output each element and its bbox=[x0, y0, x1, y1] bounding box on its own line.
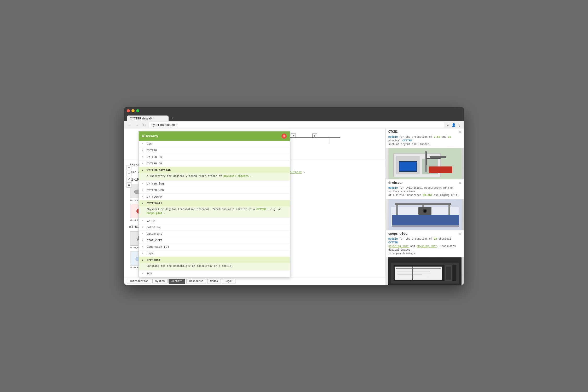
address-bar[interactable] bbox=[149, 122, 444, 128]
keyword-module-3: Module bbox=[388, 238, 398, 240]
highlight-cytter: CYTTER bbox=[256, 208, 266, 211]
glossary-label: errKonst bbox=[147, 258, 160, 262]
svg-rect-62 bbox=[400, 162, 416, 171]
chevron-right-icon: › bbox=[142, 182, 145, 185]
svg-text:3: 3 bbox=[293, 135, 294, 138]
svg-rect-72 bbox=[392, 215, 459, 225]
glossary-label: CYTTER.datalab bbox=[147, 169, 171, 172]
glossary-row-datatrans[interactable]: › dataTrans bbox=[139, 231, 290, 237]
tab-system[interactable]: System bbox=[152, 279, 168, 284]
chevron-right-icon: › bbox=[142, 149, 145, 152]
map-controls: + − ⤢ bbox=[126, 165, 131, 188]
glossary-row-cytter-op[interactable]: › CYTTER OP bbox=[139, 160, 290, 167]
glossary-row-bit[interactable]: › Bit bbox=[139, 141, 290, 147]
active-tab[interactable]: CYTTER.datalab × bbox=[127, 116, 169, 121]
chevron-right-icon: › bbox=[142, 220, 145, 222]
module-drehscan-desc: Module for cylindrical measurement of th… bbox=[386, 186, 464, 199]
tab-archive[interactable]: Archive bbox=[169, 279, 185, 284]
bottom-nav: Introduction System Archive Discourse Me… bbox=[124, 278, 385, 285]
glossary-desc-cytter-datalab: A laboratory for digitally based transla… bbox=[139, 173, 290, 180]
chevron-right-icon: › bbox=[142, 239, 145, 242]
glossary-row-cytter-datalab[interactable]: ∨ CYTTER.datalab bbox=[139, 167, 290, 173]
browser-actions: ★ 👤 ⋮ bbox=[446, 123, 461, 127]
module-enops-plot-header: enops_plot ✕ bbox=[386, 230, 464, 237]
glossary-label: DIGI_CYTT bbox=[147, 239, 162, 242]
glossary-row-cyttogram[interactable]: › CYTTOGRAM bbox=[139, 194, 290, 200]
list-item: › Dimension [D] bbox=[139, 244, 290, 250]
svg-rect-63 bbox=[429, 166, 452, 173]
glossary-label: CYTTokoll bbox=[147, 202, 162, 205]
module-ctcnc-desc: Module for the production of 2.5D and 3D… bbox=[386, 135, 464, 148]
zoom-out-button[interactable]: − bbox=[126, 171, 131, 176]
glossary-label: CYTTER HQ bbox=[147, 155, 162, 159]
glossary-row-dat-a[interactable]: › DAT_A bbox=[139, 218, 290, 224]
physoimg-1bit-link[interactable]: physoImg_1Bit bbox=[388, 245, 409, 248]
list-item: ∨ CYTTokoll Physical or digital translat… bbox=[139, 200, 290, 218]
chevron-right-icon: › bbox=[142, 272, 145, 275]
chevron-right-icon: › bbox=[142, 233, 145, 235]
glossary-label: CYTTER.web bbox=[147, 189, 164, 192]
tab-legal[interactable]: Legal bbox=[222, 279, 235, 284]
keyword-cytter-3: CYTTER bbox=[388, 241, 398, 244]
glossary-label: CYTTER bbox=[147, 149, 157, 152]
glossary-row-errkonst[interactable]: ∨ errKonst bbox=[139, 257, 290, 263]
chevron-right-icon: › bbox=[142, 195, 145, 198]
glossary-row-cytter[interactable]: › CYTTER bbox=[139, 147, 290, 154]
left-panel: lightImg_1Bit physoImg_1Bit 2 1 3 2 bbox=[124, 129, 385, 285]
physoimg-2bit-link[interactable]: physoImg_2Bit bbox=[417, 245, 437, 248]
chevron-down-icon: ∨ bbox=[142, 259, 145, 262]
tab-close-icon[interactable]: × bbox=[153, 117, 155, 120]
svg-rect-70 bbox=[395, 203, 451, 205]
tab-introduction[interactable]: Introduction bbox=[127, 279, 151, 284]
fullscreen-button[interactable] bbox=[136, 109, 139, 112]
lock-button[interactable] bbox=[126, 182, 131, 188]
glossary-row-cyttokoll[interactable]: ∨ CYTTokoll bbox=[139, 200, 290, 206]
forward-button[interactable]: → bbox=[134, 123, 140, 128]
minimize-button[interactable] bbox=[131, 109, 135, 112]
module-ctcnc-close[interactable]: ✕ bbox=[459, 130, 461, 134]
glossary-row-ics[interactable]: › ICS bbox=[139, 270, 290, 277]
highlight-enops-plot: enops_plot bbox=[147, 212, 162, 215]
glossary-header: Glossary × bbox=[139, 131, 290, 141]
glossary-label: dataflow bbox=[147, 226, 160, 229]
module-drehscan-header: drehscan ✕ bbox=[386, 180, 464, 186]
tab-media[interactable]: Media bbox=[207, 279, 221, 284]
svg-point-75 bbox=[424, 210, 426, 212]
zoom-in-button[interactable]: + bbox=[126, 165, 131, 170]
tab-discourse[interactable]: Discourse bbox=[186, 279, 206, 284]
bookmark-icon[interactable]: ★ bbox=[446, 123, 449, 127]
back-button[interactable]: ← bbox=[127, 123, 132, 128]
glossary-row-cytter-log[interactable]: › CYTTER.log bbox=[139, 181, 290, 187]
glossary-label: Bit bbox=[147, 142, 152, 146]
glossary-row-digi-cytt[interactable]: › DIGI_CYTT bbox=[139, 237, 290, 244]
glossary-row-dxyz[interactable]: › dxyz bbox=[139, 250, 290, 257]
keyword-module: Module bbox=[388, 136, 398, 139]
refresh-button[interactable]: ↻ bbox=[142, 123, 147, 128]
glossary-row-cytter-web[interactable]: › CYTTER.web bbox=[139, 187, 290, 193]
module-drehscan-title: drehscan bbox=[388, 181, 403, 185]
module-drehscan-close[interactable]: ✕ bbox=[459, 181, 461, 185]
chevron-right-icon: › bbox=[142, 252, 145, 255]
linocut-link: linoCut bbox=[418, 143, 429, 146]
glossary-label: CYTTER.log bbox=[147, 182, 164, 185]
svg-rect-24 bbox=[128, 185, 130, 186]
list-item: › CYTTOGRAM bbox=[139, 194, 290, 200]
chevron-down-icon: ∨ bbox=[142, 202, 145, 205]
glossary-row-dataflow[interactable]: › dataflow bbox=[139, 224, 290, 230]
glossary-row-dimension[interactable]: › Dimension [D] bbox=[139, 244, 290, 250]
glossary-label: ICS bbox=[147, 272, 152, 275]
glossary-row-cytter-hq[interactable]: › CYTTER HQ bbox=[139, 154, 290, 160]
close-button[interactable] bbox=[127, 109, 130, 112]
glossary-desc-errkonst: Constant for the probability of inaccura… bbox=[139, 263, 290, 270]
glossary-title: Glossary bbox=[142, 134, 158, 138]
module-enops-plot-close[interactable]: ✕ bbox=[459, 232, 461, 236]
drehscan-image bbox=[386, 199, 464, 230]
list-item: › Bit bbox=[139, 141, 290, 147]
new-tab-button[interactable]: + bbox=[169, 114, 175, 121]
profile-icon[interactable]: 👤 bbox=[452, 123, 456, 127]
glossary-close-button[interactable]: × bbox=[281, 134, 287, 139]
menu-icon[interactable]: ⋮ bbox=[458, 123, 461, 127]
list-item: › CYTTER HQ bbox=[139, 154, 290, 160]
module-enops-plot: enops_plot ✕ Module for the production o… bbox=[386, 230, 464, 285]
fit-button[interactable]: ⤢ bbox=[126, 177, 131, 182]
